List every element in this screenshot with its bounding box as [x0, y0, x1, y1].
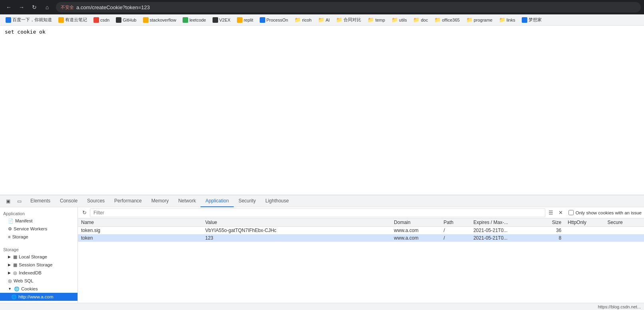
col-header-size[interactable]: Size — [530, 218, 564, 227]
only-issues-checkbox[interactable] — [568, 210, 574, 215]
session-storage-icon: ▦ — [13, 262, 17, 268]
forward-button[interactable]: → — [16, 2, 27, 13]
github-icon — [116, 17, 121, 23]
baidu-icon — [6, 17, 11, 23]
bookmark-office365[interactable]: 📁 office365 — [432, 16, 462, 24]
col-header-domain[interactable]: Domain — [391, 218, 440, 227]
bookmark-baidu[interactable]: 百度一下，你就知道 — [3, 16, 54, 24]
devtools-toolbar: ↻ ☰ ✕ Only show cookies with an issue — [78, 207, 644, 218]
bookmark-processon[interactable]: ProcessOn — [257, 16, 290, 24]
cookie-url-icon: 🌐 — [11, 294, 17, 300]
tab-network[interactable]: Network — [173, 195, 201, 207]
folder-icon: 📁 — [294, 17, 301, 23]
bookmark-v2ex[interactable]: V2EX — [210, 16, 233, 24]
filter-input[interactable] — [92, 209, 543, 217]
sidebar-item-websql[interactable]: ◎ Web SQL — [0, 277, 78, 285]
cell-domain: www.a.com — [391, 227, 440, 234]
table-row[interactable]: token123www.a.com/2021-05-21T0...8 — [78, 234, 644, 242]
bookmark-stackoverflow[interactable]: stackoverflow — [141, 16, 179, 24]
tab-elements[interactable]: Elements — [26, 195, 55, 207]
bookmark-label: doc — [421, 18, 428, 22]
bookmark-label: 有道云笔记 — [65, 17, 87, 23]
back-button[interactable]: ← — [3, 2, 14, 13]
sidebar-item-session-storage[interactable]: ▶ ▦ Session Storage — [0, 261, 78, 269]
page-content: set cookie ok — [0, 26, 644, 195]
cell-value: VbYIA55o-gatTQN7IFhEbx-CJHc — [202, 227, 391, 234]
tab-application[interactable]: Application — [201, 195, 234, 207]
bookmark-ricoh[interactable]: 📁 ricoh — [292, 16, 314, 24]
sidebar-item-local-storage[interactable]: ▶ ▦ Local Storage — [0, 253, 78, 261]
bookmark-github[interactable]: GitHub — [113, 16, 139, 24]
device-icon[interactable]: ▭ — [14, 196, 24, 206]
tab-security[interactable]: Security — [234, 195, 260, 207]
address-bar[interactable]: 不安全 a.com/createCookie?token=123 — [56, 2, 641, 12]
only-issues-label[interactable]: Only show cookies with an issue — [568, 210, 642, 215]
sidebar-item-cookie-url[interactable]: 🌐 http://www.a.com — [0, 293, 78, 301]
bookmark-label: utils — [399, 18, 407, 22]
sidebar-item-service-workers[interactable]: ⚙ Service Workers — [0, 225, 78, 233]
bookmark-label: AI — [326, 18, 330, 22]
sidebar-item-label: http://www.a.com — [18, 294, 54, 299]
filter-options-button[interactable]: ☰ — [547, 209, 555, 217]
tab-lighthouse[interactable]: Lighthouse — [260, 195, 294, 207]
nav-buttons: ← → ↻ ⌂ — [3, 2, 53, 13]
cell-size: 36 — [530, 227, 564, 234]
cell-httponly — [564, 227, 604, 234]
tab-console[interactable]: Console — [55, 195, 82, 207]
refresh-cookies-button[interactable]: ↻ — [80, 209, 88, 217]
col-header-httponly[interactable]: HttpOnly — [564, 218, 604, 227]
folder-icon: 📁 — [499, 17, 505, 23]
home-button[interactable]: ⌂ — [42, 2, 53, 13]
tab-sources[interactable]: Sources — [82, 195, 109, 207]
folder-icon: 📁 — [434, 17, 441, 23]
cell-expires: 2021-05-21T0... — [470, 234, 530, 242]
cell-domain: www.a.com — [391, 234, 440, 242]
sidebar-item-label: Storage — [12, 234, 28, 239]
bookmark-temp[interactable]: 📁 temp — [365, 16, 387, 24]
bookmark-label: 梦想家 — [529, 17, 542, 23]
bookmark-replit[interactable]: replit — [235, 16, 256, 24]
statusbar: https://blog.csdn.net... — [0, 303, 644, 310]
col-header-secure[interactable]: Secure — [604, 218, 644, 227]
bookmark-youdao[interactable]: 有道云笔记 — [56, 16, 89, 24]
bookmark-programe[interactable]: 📁 programe — [464, 16, 495, 24]
table-row[interactable]: token.sigVbYIA55o-gatTQN7IFhEbx-CJHcwww.… — [78, 227, 644, 234]
sidebar-application-header: Application — [0, 210, 78, 217]
cookies-data-table: Name Value Domain Path Expires / Max-...… — [78, 218, 644, 242]
tab-memory[interactable]: Memory — [147, 195, 173, 207]
col-header-name[interactable]: Name — [78, 218, 202, 227]
cell-secure — [604, 234, 644, 242]
clear-filter-button[interactable]: ✕ — [557, 209, 564, 217]
sidebar-item-storage[interactable]: ≡ Storage — [0, 233, 78, 241]
websql-icon: ◎ — [8, 278, 12, 284]
col-header-path[interactable]: Path — [440, 218, 470, 227]
bookmark-label: replit — [244, 18, 253, 22]
bookmark-utils[interactable]: 📁 utils — [389, 16, 409, 24]
sidebar-item-cookies[interactable]: ▼ 🌐 Cookies — [0, 285, 78, 293]
inspect-icon[interactable]: ▣ — [3, 196, 13, 206]
bookmark-ai[interactable]: 📁 AI — [316, 16, 332, 24]
cookies-icon: 🌐 — [14, 286, 20, 292]
bookmark-label: 合同对比 — [344, 17, 361, 23]
bookmark-links[interactable]: 📁 links — [497, 16, 518, 24]
sidebar-item-manifest[interactable]: 📄 Manifest — [0, 217, 78, 225]
devtools-sidebar: Application 📄 Manifest ⚙ Service Workers… — [0, 207, 78, 303]
col-header-value[interactable]: Value — [202, 218, 391, 227]
bookmark-csdn[interactable]: csdn — [91, 16, 112, 24]
sidebar-item-label: IndexedDB — [19, 270, 42, 275]
cell-value: 123 — [202, 234, 391, 242]
tab-performance[interactable]: Performance — [109, 195, 147, 207]
bookmarks-bar: 百度一下，你就知道 有道云笔记 csdn GitHub stackoverflo… — [0, 14, 644, 26]
expand-arrow-icon: ▶ — [8, 271, 11, 275]
expand-arrow-icon: ▶ — [8, 255, 11, 259]
local-storage-icon: ▦ — [13, 254, 17, 260]
col-header-expires[interactable]: Expires / Max-... — [470, 218, 530, 227]
filter-box[interactable] — [90, 208, 545, 217]
sidebar-item-indexeddb[interactable]: ▶ ◎ IndexedDB — [0, 269, 78, 277]
bookmark-hetong[interactable]: 📁 合同对比 — [334, 16, 364, 24]
bookmark-doc[interactable]: 📁 doc — [411, 16, 430, 24]
refresh-button[interactable]: ↻ — [29, 2, 40, 13]
bookmark-mengxiangjia[interactable]: 梦想家 — [519, 16, 544, 24]
bookmark-leetcode[interactable]: leetcode — [180, 16, 209, 24]
cookie-table: Name Value Domain Path Expires / Max-...… — [78, 218, 644, 303]
